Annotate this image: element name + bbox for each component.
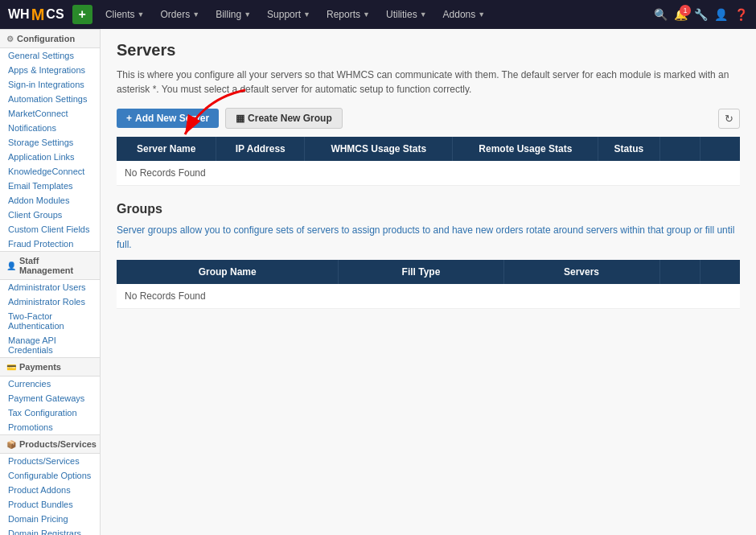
sidebar-item-products-services[interactable]: Products/Services	[0, 454, 100, 468]
nav-billing[interactable]: Billing▼	[209, 6, 257, 23]
top-navigation: WHMCS + Clients▼ Orders▼ Billing▼ Suppor…	[0, 0, 756, 29]
create-group-label: Create New Group	[248, 113, 332, 124]
sidebar-section-payments: 💳 Payments	[0, 357, 100, 377]
refresh-button[interactable]: ↻	[718, 109, 740, 129]
sidebar-item-promotions[interactable]: Promotions	[0, 420, 100, 434]
nav-clients[interactable]: Clients▼	[99, 6, 151, 23]
sidebar-item-domain-registrars[interactable]: Domain Registrars	[0, 526, 100, 535]
sidebar-item-automation-settings[interactable]: Automation Settings	[0, 92, 100, 106]
sidebar-section-configuration: ⚙ Configuration	[0, 29, 100, 48]
nav-utilities[interactable]: Utilities▼	[380, 6, 433, 23]
main-content: Servers This is where you configure all …	[101, 29, 756, 535]
col-group-action1	[659, 260, 700, 284]
servers-table: Server Name IP Address WHMCS Usage Stats…	[117, 137, 740, 186]
sidebar-item-notifications[interactable]: Notifications	[0, 121, 100, 135]
col-remote-usage-stats: Remote Usage Stats	[453, 137, 598, 161]
sidebar-section-staff: 👤 Staff Management	[0, 251, 100, 280]
sidebar-item-knowledgeconnect[interactable]: KnowledgeConnect	[0, 164, 100, 179]
col-group-action2	[700, 260, 740, 284]
sidebar-item-addon-modules[interactable]: Addon Modules	[0, 193, 100, 208]
products-icon: 📦	[6, 440, 16, 449]
sidebar-item-domain-pricing[interactable]: Domain Pricing	[0, 512, 100, 526]
groups-table: Group Name Fill Type Servers No Records …	[117, 260, 740, 309]
sidebar-item-client-groups[interactable]: Client Groups	[0, 208, 100, 222]
col-server-name: Server Name	[117, 137, 216, 161]
page-description: This is where you configure all your ser…	[117, 68, 740, 97]
sidebar-item-email-templates[interactable]: Email Templates	[0, 179, 100, 193]
staff-icon: 👤	[6, 261, 16, 270]
col-status: Status	[598, 137, 659, 161]
sidebar: ⚙ Configuration General Settings Apps & …	[0, 29, 101, 535]
servers-no-records-row: No Records Found	[117, 161, 740, 186]
nav-orders[interactable]: Orders▼	[154, 6, 207, 23]
groups-no-records: No Records Found	[117, 284, 740, 309]
alert-badge: 1	[680, 5, 691, 16]
config-icon: ⚙	[6, 35, 14, 43]
col-action2	[700, 137, 740, 161]
main-wrapper: Servers This is where you configure all …	[117, 41, 740, 309]
add-button[interactable]: +	[72, 5, 92, 24]
col-whmcs-usage-stats: WHMCS Usage Stats	[305, 137, 453, 161]
sidebar-item-manage-api[interactable]: Manage API Credentials	[0, 333, 100, 357]
nav-reports[interactable]: Reports▼	[320, 6, 376, 23]
groups-section-title: Groups	[117, 202, 740, 216]
col-servers: Servers	[503, 260, 659, 284]
payments-icon: 💳	[6, 363, 16, 372]
topnav-icons: 🔍 🔔 1 🔧 👤 ❓	[654, 8, 748, 21]
nav-addons[interactable]: Addons▼	[437, 6, 492, 23]
sidebar-item-apps-integrations[interactable]: Apps & Integrations	[0, 63, 100, 77]
create-new-group-button[interactable]: ▦ Create New Group	[225, 108, 343, 129]
sidebar-item-marketconnect[interactable]: MarketConnect	[0, 106, 100, 121]
plus-icon: +	[126, 113, 132, 124]
page-title: Servers	[117, 41, 740, 60]
sidebar-item-configurable-options[interactable]: Configurable Options	[0, 468, 100, 483]
sidebar-item-general-settings[interactable]: General Settings	[0, 48, 100, 63]
sidebar-item-product-addons[interactable]: Product Addons	[0, 483, 100, 497]
sidebar-item-payment-gateways[interactable]: Payment Gateways	[0, 391, 100, 405]
sidebar-item-application-links[interactable]: Application Links	[0, 150, 100, 164]
sidebar-item-two-factor-auth[interactable]: Two-Factor Authentication	[0, 309, 100, 333]
logo: WHMCS	[8, 6, 64, 24]
add-new-server-button[interactable]: + Add New Server	[117, 109, 219, 128]
wrench-icon[interactable]: 🔧	[694, 8, 708, 21]
sidebar-item-storage-settings[interactable]: Storage Settings	[0, 135, 100, 150]
col-fill-type: Fill Type	[339, 260, 503, 284]
nav-support[interactable]: Support▼	[261, 6, 317, 23]
user-icon[interactable]: 👤	[714, 8, 728, 21]
sidebar-item-product-bundles[interactable]: Product Bundles	[0, 497, 100, 512]
col-action1	[659, 137, 700, 161]
col-ip-address: IP Address	[216, 137, 305, 161]
alert-icon[interactable]: 🔔 1	[674, 8, 688, 21]
sidebar-item-admin-users[interactable]: Administrator Users	[0, 280, 100, 294]
sidebar-item-tax-configuration[interactable]: Tax Configuration	[0, 405, 100, 420]
col-group-name: Group Name	[117, 260, 339, 284]
servers-no-records: No Records Found	[117, 161, 740, 186]
sidebar-item-sign-in-integrations[interactable]: Sign-in Integrations	[0, 77, 100, 92]
sidebar-item-admin-roles[interactable]: Administrator Roles	[0, 294, 100, 309]
sidebar-item-fraud-protection[interactable]: Fraud Protection	[0, 237, 100, 251]
groups-description: Server groups allow you to configure set…	[117, 223, 740, 252]
sidebar-item-custom-client-fields[interactable]: Custom Client Fields	[0, 222, 100, 237]
search-icon[interactable]: 🔍	[654, 8, 668, 21]
help-icon[interactable]: ❓	[734, 8, 748, 21]
groups-no-records-row: No Records Found	[117, 284, 740, 309]
group-icon: ▦	[236, 113, 244, 124]
layout: ⚙ Configuration General Settings Apps & …	[0, 29, 756, 535]
add-server-label: Add New Server	[135, 113, 209, 124]
action-buttons-row: + Add New Server ▦ Create New Group ↻	[117, 108, 740, 129]
sidebar-section-products: 📦 Products/Services	[0, 434, 100, 454]
sidebar-item-currencies[interactable]: Currencies	[0, 377, 100, 391]
